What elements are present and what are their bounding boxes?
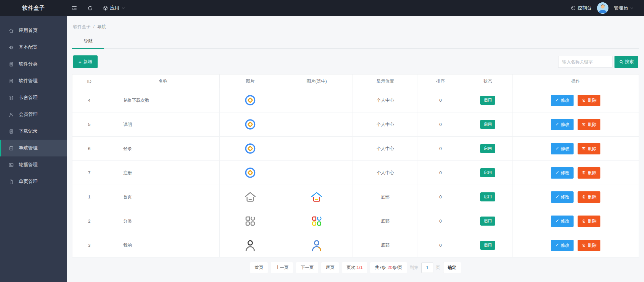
search-button[interactable]: 搜索 xyxy=(614,56,638,68)
status-badge: 启用 xyxy=(480,192,495,201)
goto-page-input[interactable] xyxy=(421,263,433,273)
breadcrumb: 软件盒子/导航 xyxy=(73,24,639,30)
cell-id: 7 xyxy=(72,161,106,185)
avatar[interactable] xyxy=(597,2,608,14)
cell-actions: 修改 删除 xyxy=(513,209,639,233)
search-input[interactable] xyxy=(558,56,612,68)
user-menu[interactable]: 管理员 xyxy=(614,5,634,11)
pencil-icon xyxy=(555,195,559,199)
delete-button[interactable]: 删除 xyxy=(578,95,600,106)
search-icon xyxy=(619,59,624,64)
delete-button[interactable]: 删除 xyxy=(578,143,600,154)
delete-button[interactable]: 删除 xyxy=(578,240,600,251)
edit-button[interactable]: 修改 xyxy=(551,143,574,154)
goto-confirm-button[interactable]: 确定 xyxy=(443,262,461,273)
edit-button[interactable]: 修改 xyxy=(551,191,574,203)
per-page-value: 20 xyxy=(387,265,392,270)
add-button[interactable]: + 新增 xyxy=(73,55,98,68)
status-badge: 启用 xyxy=(480,217,495,226)
cell-position: 个人中心 xyxy=(353,88,418,112)
table-row: 1 首页 底部 0 启用 修改 删除 xyxy=(72,185,639,209)
sidebar-item-3[interactable]: 软件管理 xyxy=(0,73,67,89)
delete-button[interactable]: 删除 xyxy=(578,167,600,179)
trash-icon xyxy=(582,195,586,199)
status-badge: 启用 xyxy=(480,241,495,250)
sidebar-item-8[interactable]: 轮播管理 xyxy=(0,156,67,173)
cell-image xyxy=(220,209,281,233)
page-prev-button[interactable]: 上一页 xyxy=(271,262,293,273)
cell-image xyxy=(220,88,281,112)
edit-button[interactable]: 修改 xyxy=(551,216,574,227)
page-first-button[interactable]: 首页 xyxy=(250,262,268,273)
sidebar-item-1[interactable]: 基本配置 xyxy=(0,39,67,56)
cell-position: 底部 xyxy=(353,233,418,257)
cell-name: 登录 xyxy=(106,137,220,161)
cube-icon xyxy=(103,5,108,11)
sidebar-item-label: 导航管理 xyxy=(19,145,38,151)
chevron-down-icon xyxy=(121,6,125,10)
edit-button[interactable]: 修改 xyxy=(551,95,574,106)
dashboard-icon xyxy=(571,5,576,11)
delete-button[interactable]: 删除 xyxy=(578,216,600,227)
edit-button[interactable]: 修改 xyxy=(551,167,574,179)
cell-image-selected xyxy=(281,161,353,185)
pencil-icon xyxy=(555,171,559,175)
cell-actions: 修改 删除 xyxy=(513,112,639,137)
refresh-icon[interactable] xyxy=(87,5,93,11)
doc-icon xyxy=(8,78,14,84)
app-logo[interactable]: 软件盒子 xyxy=(0,5,67,12)
image-icon xyxy=(8,162,14,168)
pencil-icon xyxy=(555,122,559,127)
console-link[interactable]: 控制台 xyxy=(571,5,592,11)
cell-position: 个人中心 xyxy=(353,161,418,185)
cell-status: 启用 xyxy=(463,137,513,161)
console-label: 控制台 xyxy=(578,5,592,11)
collapse-sidebar-icon[interactable] xyxy=(71,5,77,11)
sidebar-item-4[interactable]: 卡密管理 xyxy=(0,89,67,106)
cell-sort: 0 xyxy=(418,233,463,257)
sidebar-item-7[interactable]: 导航管理 xyxy=(0,140,67,156)
target-icon xyxy=(244,94,257,106)
trash-icon xyxy=(582,243,586,247)
edit-button[interactable]: 修改 xyxy=(551,240,574,251)
cell-actions: 修改 删除 xyxy=(513,161,639,185)
sidebar-item-label: 软件管理 xyxy=(19,78,38,84)
sidebar-item-6[interactable]: 下载记录 xyxy=(0,123,67,140)
pencil-icon xyxy=(555,219,559,223)
status-badge: 启用 xyxy=(480,168,495,177)
delete-button[interactable]: 删除 xyxy=(578,119,600,130)
tab-navigation[interactable]: 导航 xyxy=(72,36,104,49)
target-icon xyxy=(244,142,257,155)
breadcrumb-root[interactable]: 软件盒子 xyxy=(73,24,91,29)
sidebar: 应用首页 基本配置 软件分类 软件管理 卡密管理 会员管理 下载记录 导航管理 … xyxy=(0,16,67,282)
sidebar-item-9[interactable]: 单页管理 xyxy=(0,173,67,190)
delete-button[interactable]: 删除 xyxy=(578,191,600,203)
sidebar-item-2[interactable]: 软件分类 xyxy=(0,56,67,73)
table-row: 3 我的 底部 0 启用 修改 删除 xyxy=(72,233,639,257)
page-last-button[interactable]: 尾页 xyxy=(321,262,339,273)
cell-actions: 修改 删除 xyxy=(513,185,639,209)
topbar-right: 控制台 管理员 xyxy=(571,2,644,14)
column-header: 状态 xyxy=(463,75,513,88)
cell-id: 4 xyxy=(72,88,106,112)
page-info: 页次:1/1 xyxy=(342,262,367,273)
cell-name: 我的 xyxy=(106,233,220,257)
sidebar-item-label: 轮播管理 xyxy=(19,162,38,168)
sidebar-item-5[interactable]: 会员管理 xyxy=(0,106,67,123)
column-header: 图片 xyxy=(220,75,281,88)
app-menu-dropdown[interactable]: 应用 xyxy=(103,5,125,11)
grid-gray-icon xyxy=(244,215,257,227)
doc-icon xyxy=(8,61,14,67)
edit-button[interactable]: 修改 xyxy=(551,119,574,130)
sidebar-item-label: 下载记录 xyxy=(19,128,38,134)
pencil-icon xyxy=(555,243,559,247)
sidebar-item-label: 软件分类 xyxy=(19,61,38,67)
user-name: 管理员 xyxy=(614,5,628,11)
sidebar-item-0[interactable]: 应用首页 xyxy=(0,22,67,39)
page-info-value: 1/1 xyxy=(357,265,363,270)
cell-status: 启用 xyxy=(463,161,513,185)
column-header: ID xyxy=(72,75,106,88)
page-next-button[interactable]: 下一页 xyxy=(296,262,318,273)
target-icon xyxy=(244,118,257,131)
gear-icon xyxy=(8,45,14,50)
